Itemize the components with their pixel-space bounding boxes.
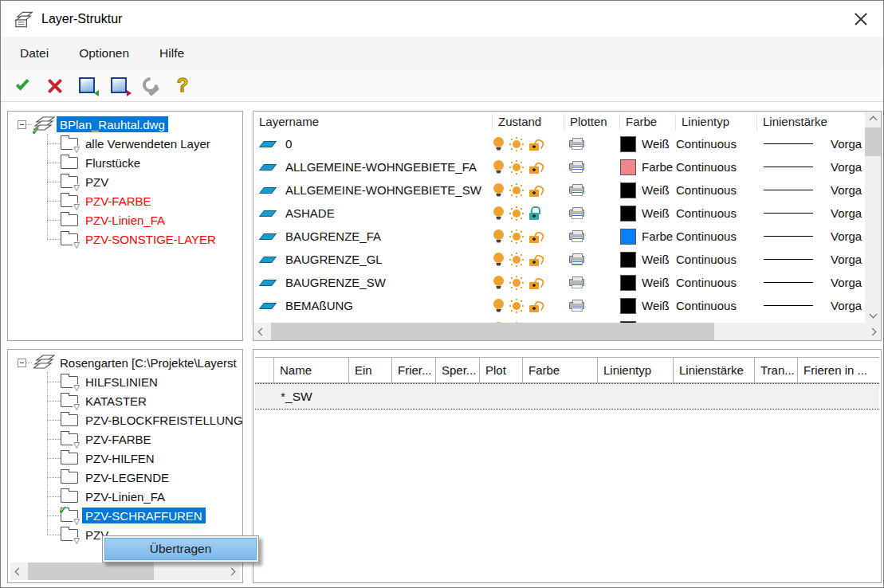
bulb-on-icon[interactable] <box>493 253 505 267</box>
layer-row[interactable]: BEMAßUNG Weiß Continuous Vorga <box>253 294 881 317</box>
column-header-zustand[interactable]: Zustand <box>493 114 564 130</box>
column-header-name[interactable]: Name <box>274 358 349 382</box>
scroll-right-icon[interactable] <box>228 567 236 575</box>
bulb-on-icon[interactable] <box>493 299 505 313</box>
lock-icon[interactable] <box>528 206 542 220</box>
column-header-plot[interactable]: Plot <box>480 358 523 382</box>
lock-icon[interactable] <box>528 183 542 197</box>
layer-row[interactable]: ALLGEMEINE-WOHNGEBIETE_SW Weiß Continuou… <box>253 178 881 202</box>
tree-item[interactable]: Flurstücke <box>8 153 242 172</box>
color-swatch[interactable] <box>620 298 636 314</box>
tree-label[interactable]: PZV-HILFEN <box>82 450 158 466</box>
column-header-farbe[interactable]: Farbe <box>523 358 598 382</box>
bulb-on-icon[interactable] <box>493 183 505 198</box>
tree-label[interactable]: KATASTER <box>82 393 150 409</box>
lock-icon[interactable] <box>528 253 542 266</box>
bulb-on-icon[interactable] <box>493 160 505 174</box>
printer-icon[interactable] <box>569 163 584 171</box>
tree-label[interactable]: PZV-SONSTIGE-LAYER <box>82 231 219 247</box>
scroll-up-icon[interactable] <box>869 116 877 124</box>
tree-label[interactable]: Rosengarten [C:\Projekte\Layerst <box>57 355 240 370</box>
menu-optionen[interactable]: Optionen <box>68 41 140 65</box>
tree-label[interactable]: PZV-Linien_FA <box>82 212 168 228</box>
scroll-down-icon[interactable] <box>869 311 877 319</box>
printer-icon[interactable] <box>569 210 584 217</box>
tree-item[interactable]: PZV-FARBE <box>8 429 242 449</box>
color-swatch[interactable] <box>620 252 636 268</box>
tree-item[interactable]: KATASTER <box>8 391 242 410</box>
column-header-plotten[interactable]: Plotten <box>564 114 620 130</box>
color-swatch[interactable] <box>620 206 636 221</box>
tree-label[interactable]: HILFSLINIEN <box>82 374 161 390</box>
printer-icon[interactable] <box>569 233 584 240</box>
color-swatch[interactable] <box>620 159 636 175</box>
tree-item[interactable]: PZV-SONSTIGE-LAYER <box>8 229 242 249</box>
scroll-right-icon[interactable] <box>869 327 877 335</box>
layer-row[interactable]: BAUGRENZE_SW Weiß Continuous Vorga <box>253 271 881 294</box>
help-button[interactable]: ? <box>171 74 194 96</box>
tree-item[interactable]: PZV-Linien_FA <box>8 487 242 506</box>
layer-row[interactable]: 0 Weiß Continuous Vorga <box>253 132 881 155</box>
sun-icon[interactable] <box>509 136 524 151</box>
column-header-transparenz[interactable]: Tran... <box>755 358 798 382</box>
column-header-frieren[interactable]: Frier... <box>392 358 436 382</box>
layer-row[interactable]: ALLGEMEINE-WOHNGEBIETE_FA Farbe Continuo… <box>253 155 881 178</box>
column-header-linienstaerke[interactable]: Linienstärke <box>757 114 881 130</box>
transfer-right-button[interactable] <box>108 74 130 96</box>
color-swatch[interactable] <box>620 182 636 198</box>
tree-label[interactable]: PZV-BLOCKFREISTELLUNG <box>82 412 242 428</box>
tree-item[interactable]: PZV-Linien_FA <box>8 210 242 229</box>
tree-label[interactable]: PZV-FARBE <box>82 193 155 209</box>
detail-row[interactable]: *_SW <box>255 383 879 410</box>
sun-icon[interactable] <box>509 182 524 198</box>
tree-label[interactable]: Flurstücke <box>82 155 143 171</box>
sun-icon[interactable] <box>509 298 524 313</box>
lock-icon[interactable] <box>528 160 542 174</box>
close-button[interactable] <box>850 9 872 29</box>
tree-label[interactable]: PZV-LEGENDE <box>82 469 172 485</box>
tree-label[interactable]: PZV-SCHRAFFUREN <box>82 508 206 523</box>
printer-icon[interactable] <box>569 186 584 194</box>
column-header-linientyp[interactable]: Linientyp <box>598 358 674 382</box>
color-swatch[interactable] <box>620 229 636 245</box>
column-header-frieren-in[interactable]: Frieren in ... <box>798 358 879 382</box>
scrollbar-thumb[interactable] <box>865 127 881 156</box>
tree-label[interactable]: BPlan_Rauhtal.dwg <box>57 116 168 132</box>
lock-icon[interactable] <box>528 299 542 312</box>
layer-row[interactable]: BAUGRENZE_GL Weiß Continuous Vorga <box>253 248 881 271</box>
horizontal-scrollbar[interactable] <box>253 323 881 340</box>
color-swatch[interactable] <box>620 275 636 291</box>
printer-icon[interactable] <box>569 140 584 147</box>
sun-icon[interactable] <box>509 252 524 267</box>
settings-button[interactable] <box>139 74 162 96</box>
tree-item[interactable]: PZV <box>8 172 242 191</box>
bulb-on-icon[interactable] <box>493 229 505 244</box>
vertical-scrollbar[interactable] <box>865 112 881 323</box>
tree-label[interactable]: PZV-FARBE <box>82 431 155 447</box>
scroll-left-icon[interactable] <box>258 327 266 335</box>
lock-icon[interactable] <box>528 137 542 151</box>
column-header-sperren[interactable]: Sper... <box>436 358 480 382</box>
scroll-left-icon[interactable] <box>15 567 23 575</box>
tree-item-pzv-schraffuren[interactable]: ✓ PZV-SCHRAFFUREN <box>8 506 242 525</box>
tree-item[interactable]: PZV-BLOCKFREISTELLUNG <box>8 410 242 429</box>
menu-hilfe[interactable]: Hilfe <box>148 41 195 65</box>
cancel-button[interactable] <box>44 74 66 96</box>
tree-item[interactable]: PZV-FARBE <box>8 191 242 210</box>
tree-label[interactable]: PZV-Linien_FA <box>82 488 168 504</box>
column-header-linientyp[interactable]: Linientyp <box>676 114 757 130</box>
layer-row[interactable]: ASHADE Weiß Continuous Vorga <box>253 202 881 225</box>
lock-icon[interactable] <box>528 276 542 289</box>
sun-icon[interactable] <box>509 159 524 174</box>
tree-root-bplan[interactable]: ✓ BPlan_Rauhtal.dwg <box>8 115 242 134</box>
column-header-linienstaerke[interactable]: Linienstärke <box>674 358 755 382</box>
printer-icon[interactable] <box>569 279 584 286</box>
bulb-on-icon[interactable] <box>493 206 505 221</box>
sun-icon[interactable] <box>509 229 524 244</box>
tree-item[interactable]: PZV-LEGENDE <box>8 468 242 487</box>
bulb-on-icon[interactable] <box>493 137 505 151</box>
column-header-farbe[interactable]: Farbe <box>620 114 676 130</box>
tree-item[interactable]: alle Verwendeten Layer <box>8 134 242 153</box>
collapse-icon[interactable] <box>18 359 26 367</box>
color-swatch[interactable] <box>620 136 636 152</box>
